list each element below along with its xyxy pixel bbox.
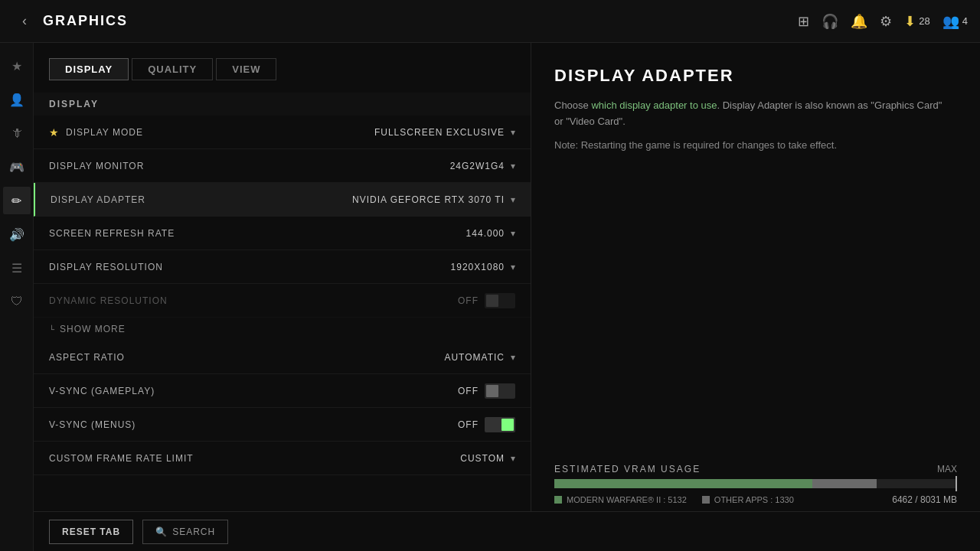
vram-legend-mw: MODERN WARFARE® II : 5132 xyxy=(554,495,687,504)
topbar-icons: ⊞ 🎧 🔔 ⚙ ⬇ 28 👥 4 xyxy=(798,13,968,30)
vram-legend-other: OTHER APPS : 1330 xyxy=(702,495,794,504)
vram-bar xyxy=(554,479,957,488)
sidebar-item-audio[interactable]: 🔊 xyxy=(3,220,31,248)
vsync-gameplay-toggle[interactable] xyxy=(485,383,515,399)
setting-dynamic-resolution-value: OFF xyxy=(362,293,515,308)
right-panel-title: DISPLAY ADAPTER xyxy=(554,66,957,86)
right-panel-desc: Choose which display adapter to use. Dis… xyxy=(554,98,952,130)
dropdown-arrow-icon: ▾ xyxy=(511,352,515,363)
vram-max-line xyxy=(956,476,957,491)
friends-icon[interactable]: 👥 4 xyxy=(942,13,968,30)
dynamic-resolution-toggle xyxy=(485,293,515,308)
setting-dynamic-resolution-label: DYNAMIC RESOLUTION xyxy=(49,295,362,306)
bottom-bar: RESET TAB 🔍 SEARCH xyxy=(34,511,980,551)
toggle-knob xyxy=(486,385,498,397)
setting-display-mode-value: FULLSCREEN EXCLUSIVE ▾ xyxy=(362,127,515,138)
setting-custom-frame-rate-label: CUSTOM FRAME RATE LIMIT xyxy=(49,453,362,464)
section-display-header: DISPLAY xyxy=(34,93,531,116)
vram-header: ESTIMATED VRAM USAGE MAX xyxy=(554,464,957,474)
dropdown-arrow-icon: ▾ xyxy=(511,262,515,272)
right-panel-note: Note: Restarting the game is required fo… xyxy=(554,139,957,151)
setting-display-monitor-label: DISPLAY MONITOR xyxy=(49,161,362,171)
vram-legend: MODERN WARFARE® II : 5132 OTHER APPS : 1… xyxy=(554,494,957,505)
sidebar-item-graphics[interactable]: ✏ xyxy=(3,187,31,214)
setting-display-adapter-value: NVIDIA GEFORCE RTX 3070 TI ▾ xyxy=(352,194,515,205)
setting-vsync-gameplay[interactable]: V-SYNC (GAMEPLAY) OFF xyxy=(34,374,531,408)
download-badge: 28 xyxy=(919,15,929,27)
setting-display-adapter[interactable]: DISPLAY ADAPTER NVIDIA GEFORCE RTX 3070 … xyxy=(34,183,531,217)
sidebar-item-operators[interactable]: 🗡 xyxy=(3,119,31,147)
dropdown-arrow-icon: ▾ xyxy=(511,127,515,138)
setting-dynamic-resolution: DYNAMIC RESOLUTION OFF xyxy=(34,284,531,318)
setting-screen-refresh-rate[interactable]: SCREEN REFRESH RATE 144.000 ▾ xyxy=(34,217,531,250)
vram-max-label: MAX xyxy=(937,464,957,474)
setting-custom-frame-rate-value: CUSTOM ▾ xyxy=(362,453,515,464)
download-icon[interactable]: ⬇ 28 xyxy=(904,13,929,30)
main-content: DISPLAY QUALITY VIEW DISPLAY ★ DISPLAY M… xyxy=(34,43,980,551)
reset-tab-button[interactable]: RESET TAB xyxy=(49,520,133,544)
dropdown-arrow-icon: ▾ xyxy=(511,453,515,464)
setting-display-monitor-value: 24G2W1G4 ▾ xyxy=(362,161,515,171)
topbar: ‹ GRAPHICS ⊞ 🎧 🔔 ⚙ ⬇ 28 👥 4 xyxy=(0,0,980,43)
headset-icon[interactable]: 🎧 xyxy=(822,13,838,30)
setting-display-monitor[interactable]: DISPLAY MONITOR 24G2W1G4 ▾ xyxy=(34,149,531,183)
setting-aspect-ratio-label: ASPECT RATIO xyxy=(49,352,362,363)
toggle-knob xyxy=(501,419,514,431)
vram-bar-mw xyxy=(554,479,812,488)
setting-display-mode-label: ★ DISPLAY MODE xyxy=(49,126,362,139)
vram-title: ESTIMATED VRAM USAGE xyxy=(554,464,701,474)
right-panel-link: which display adapter to use xyxy=(591,99,717,111)
dropdown-arrow-icon: ▾ xyxy=(511,194,515,205)
show-more-icon: └ xyxy=(49,325,55,334)
setting-display-resolution-value: 1920X1080 ▾ xyxy=(362,262,515,272)
vram-dot-mw xyxy=(554,496,562,504)
setting-display-resolution[interactable]: DISPLAY RESOLUTION 1920X1080 ▾ xyxy=(34,250,531,284)
vram-dot-other xyxy=(702,496,710,504)
sidebar-item-favorites[interactable]: ★ xyxy=(3,52,31,80)
dropdown-arrow-icon: ▾ xyxy=(511,161,515,171)
tab-display[interactable]: DISPLAY xyxy=(49,58,129,80)
dropdown-arrow-icon: ▾ xyxy=(511,228,515,239)
setting-vsync-gameplay-value: OFF xyxy=(362,383,515,399)
sidebar-item-account[interactable]: 🛡 xyxy=(3,288,31,315)
setting-display-resolution-label: DISPLAY RESOLUTION xyxy=(49,262,362,272)
setting-aspect-ratio-value: AUTOMATIC ▾ xyxy=(362,352,515,363)
friends-badge: 4 xyxy=(962,15,968,27)
vram-bar-other xyxy=(812,479,877,488)
setting-custom-frame-rate[interactable]: CUSTOM FRAME RATE LIMIT CUSTOM ▾ xyxy=(34,442,531,475)
bell-icon[interactable]: 🔔 xyxy=(851,13,867,30)
setting-display-mode[interactable]: ★ DISPLAY MODE FULLSCREEN EXCLUSIVE ▾ xyxy=(34,116,531,149)
search-icon: 🔍 xyxy=(155,527,168,537)
setting-display-adapter-label: DISPLAY ADAPTER xyxy=(51,194,352,205)
back-button[interactable]: ‹ xyxy=(12,9,37,34)
setting-vsync-menus-label: V-SYNC (MENUS) xyxy=(49,419,362,430)
tab-bar: DISPLAY QUALITY VIEW xyxy=(34,58,531,93)
setting-vsync-menus[interactable]: V-SYNC (MENUS) OFF xyxy=(34,408,531,442)
setting-screen-refresh-value: 144.000 ▾ xyxy=(362,228,515,239)
tab-quality[interactable]: QUALITY xyxy=(132,58,213,80)
sidebar-item-profile[interactable]: 👤 xyxy=(3,86,31,113)
vram-numbers: 6462 / 8031 MB xyxy=(892,494,957,505)
sidebar: ★ 👤 🗡 🎮 ✏ 🔊 ☰ 🛡 xyxy=(0,43,34,551)
show-more-button[interactable]: └ SHOW MORE xyxy=(34,318,531,341)
setting-screen-refresh-label: SCREEN REFRESH RATE xyxy=(49,228,362,239)
display-mode-star-icon: ★ xyxy=(49,126,60,139)
right-panel: DISPLAY ADAPTER Choose which display ada… xyxy=(531,43,980,551)
left-panel: DISPLAY QUALITY VIEW DISPLAY ★ DISPLAY M… xyxy=(34,43,531,551)
settings-container: DISPLAY ★ DISPLAY MODE FULLSCREEN EXCLUS… xyxy=(34,93,531,551)
vsync-menus-toggle[interactable] xyxy=(485,417,515,432)
search-button[interactable]: 🔍 SEARCH xyxy=(142,520,228,544)
vram-section: ESTIMATED VRAM USAGE MAX MODERN WARFARE®… xyxy=(554,464,957,505)
setting-vsync-gameplay-label: V-SYNC (GAMEPLAY) xyxy=(49,386,362,396)
toggle-knob xyxy=(486,295,498,307)
grid-icon[interactable]: ⊞ xyxy=(798,13,809,30)
tab-view[interactable]: VIEW xyxy=(216,58,276,80)
setting-vsync-menus-value: OFF xyxy=(362,417,515,432)
gear-icon[interactable]: ⚙ xyxy=(880,13,892,30)
setting-aspect-ratio[interactable]: ASPECT RATIO AUTOMATIC ▾ xyxy=(34,341,531,374)
page-title: GRAPHICS xyxy=(43,13,798,29)
sidebar-item-interface[interactable]: ☰ xyxy=(3,254,31,282)
sidebar-item-controller[interactable]: 🎮 xyxy=(3,153,31,181)
